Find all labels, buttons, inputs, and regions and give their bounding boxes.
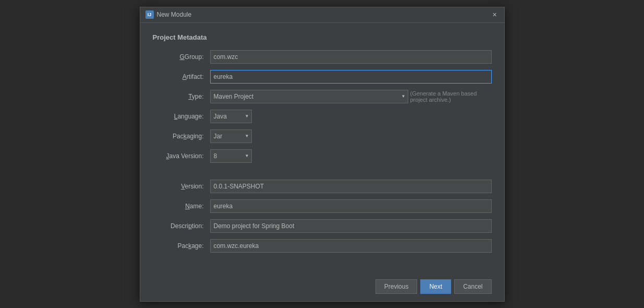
language-row: Language: Java Kotlin Groovy <box>153 109 492 124</box>
packaging-select-wrapper: Jar War <box>210 129 252 143</box>
description-row: Description: <box>153 219 492 233</box>
dialog-content: Project Metadata GGroup: Artifact: Type:… <box>140 23 504 264</box>
java-version-label: Java Version: <box>153 152 210 160</box>
packaging-row: Packaging: Jar War <box>153 129 492 144</box>
previous-button[interactable]: Previous <box>375 279 418 294</box>
cancel-button[interactable]: Cancel <box>454 279 491 294</box>
group-input[interactable] <box>210 50 492 64</box>
type-row: Type: Maven Project Gradle Project (Gene… <box>153 89 492 104</box>
artifact-row: Artifact: <box>153 69 492 84</box>
type-hint: (Generate a Maven based project archive.… <box>410 90 492 103</box>
language-select[interactable]: Java Kotlin Groovy <box>210 110 252 123</box>
group-label: GGroup: <box>153 53 210 61</box>
title-bar: IJ New Module × <box>140 7 504 23</box>
type-select-wrapper: Maven Project Gradle Project <box>210 90 408 103</box>
language-select-wrapper: Java Kotlin Groovy <box>210 110 252 123</box>
new-module-dialog: IJ New Module × Project Metadata GGroup:… <box>140 7 505 302</box>
app-icon: IJ <box>145 10 154 19</box>
name-input[interactable] <box>210 199 492 213</box>
type-select[interactable]: Maven Project Gradle Project <box>210 90 408 103</box>
section-title: Project Metadata <box>153 33 492 41</box>
version-input[interactable] <box>210 180 492 193</box>
java-version-row: Java Version: 8 11 17 <box>153 149 492 163</box>
type-label: Type: <box>153 93 210 100</box>
name-row: Name: <box>153 199 492 214</box>
version-label: Version: <box>153 183 210 190</box>
group-row: GGroup: <box>153 50 492 64</box>
package-row: Package: <box>153 239 492 253</box>
java-version-select-wrapper: 8 11 17 <box>210 149 252 163</box>
java-version-select[interactable]: 8 11 17 <box>210 149 252 163</box>
title-bar-left: IJ New Module <box>145 10 192 19</box>
artifact-input[interactable] <box>210 70 492 84</box>
dialog-title: New Module <box>157 11 192 18</box>
artifact-label: Artifact: <box>153 73 210 80</box>
name-label: Name: <box>153 203 210 210</box>
next-button[interactable]: Next <box>420 279 451 294</box>
dialog-footer: Previous Next Cancel <box>140 274 504 301</box>
description-label: Description: <box>153 222 210 230</box>
packaging-label: Packaging: <box>153 133 210 140</box>
language-label: Language: <box>153 113 210 120</box>
package-label: Package: <box>153 242 210 250</box>
package-input[interactable] <box>210 239 492 253</box>
description-input[interactable] <box>210 219 492 233</box>
packaging-select[interactable]: Jar War <box>210 129 252 143</box>
close-button[interactable]: × <box>491 10 499 19</box>
version-row: Version: <box>153 179 492 194</box>
